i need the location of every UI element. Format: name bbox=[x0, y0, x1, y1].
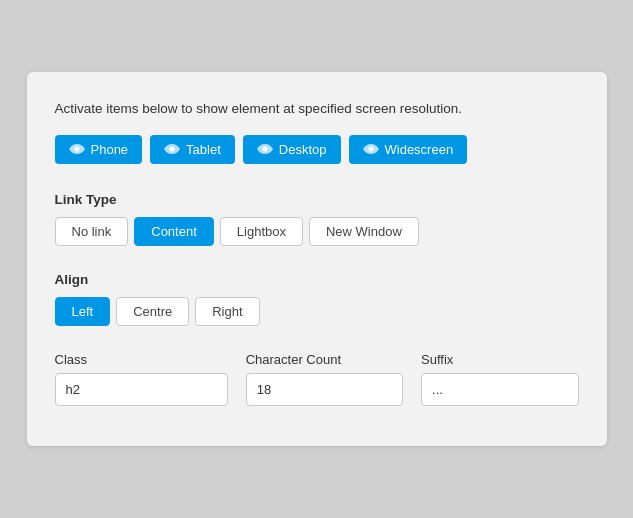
link-type-label: Link Type bbox=[55, 192, 579, 207]
field-input-character-count[interactable] bbox=[246, 373, 403, 406]
link-type-section: Link Type No linkContentLightboxNew Wind… bbox=[55, 192, 579, 246]
svg-point-1 bbox=[170, 147, 175, 152]
field-label-suffix: Suffix bbox=[421, 352, 578, 367]
visibility-btn-label-phone: Phone bbox=[91, 142, 129, 157]
field-group-character-count: Character Count bbox=[246, 352, 403, 406]
field-label-character-count: Character Count bbox=[246, 352, 403, 367]
visibility-buttons-row: Phone Tablet Desktop Widescreen bbox=[55, 135, 579, 164]
visibility-btn-phone[interactable]: Phone bbox=[55, 135, 143, 164]
fields-row: ClassCharacter CountSuffix bbox=[55, 352, 579, 406]
svg-point-2 bbox=[262, 147, 267, 152]
visibility-btn-label-desktop: Desktop bbox=[279, 142, 327, 157]
align-btn-centre[interactable]: Centre bbox=[116, 297, 189, 326]
align-group: LeftCentreRight bbox=[55, 297, 579, 326]
link-type-btn-content[interactable]: Content bbox=[134, 217, 214, 246]
link-type-group: No linkContentLightboxNew Window bbox=[55, 217, 579, 246]
align-btn-right[interactable]: Right bbox=[195, 297, 259, 326]
settings-panel: Activate items below to show element at … bbox=[27, 72, 607, 446]
svg-point-0 bbox=[74, 147, 79, 152]
visibility-btn-desktop[interactable]: Desktop bbox=[243, 135, 341, 164]
align-section: Align LeftCentreRight bbox=[55, 272, 579, 326]
field-label-class: Class bbox=[55, 352, 228, 367]
field-group-suffix: Suffix bbox=[421, 352, 578, 406]
link-type-btn-new-window[interactable]: New Window bbox=[309, 217, 419, 246]
field-input-suffix[interactable] bbox=[421, 373, 578, 406]
svg-point-3 bbox=[368, 147, 373, 152]
visibility-btn-label-widescreen: Widescreen bbox=[385, 142, 454, 157]
link-type-btn-lightbox[interactable]: Lightbox bbox=[220, 217, 303, 246]
align-label: Align bbox=[55, 272, 579, 287]
field-group-class: Class bbox=[55, 352, 228, 406]
visibility-btn-label-tablet: Tablet bbox=[186, 142, 221, 157]
align-btn-left[interactable]: Left bbox=[55, 297, 111, 326]
visibility-btn-tablet[interactable]: Tablet bbox=[150, 135, 235, 164]
field-input-class[interactable] bbox=[55, 373, 228, 406]
visibility-btn-widescreen[interactable]: Widescreen bbox=[349, 135, 468, 164]
description-text: Activate items below to show element at … bbox=[55, 100, 579, 119]
link-type-btn-no-link[interactable]: No link bbox=[55, 217, 129, 246]
